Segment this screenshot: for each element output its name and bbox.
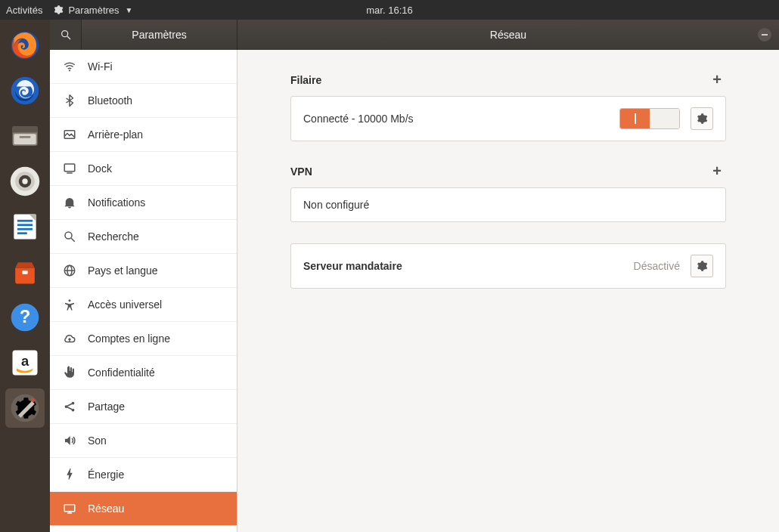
svg-point-27 bbox=[22, 178, 27, 184]
proxy-status: Désactivé bbox=[634, 260, 680, 272]
network-pane: Filaire + Connecté - 10000 Mb/s VPN bbox=[237, 50, 779, 532]
clock[interactable]: mar. 16:16 bbox=[366, 5, 412, 16]
caret-down-icon: ▼ bbox=[126, 6, 133, 14]
sidebar-item-sharing[interactable]: Partage bbox=[50, 390, 237, 424]
sidebar-item-label: Notifications bbox=[88, 196, 145, 209]
sidebar-item-search[interactable]: Recherche bbox=[50, 220, 237, 254]
svg-rect-30 bbox=[17, 224, 33, 226]
proxy-title: Serveur mandataire bbox=[303, 260, 623, 272]
svg-rect-21 bbox=[13, 126, 38, 132]
sidebar-item-label: Wi-Fi bbox=[88, 60, 113, 73]
sidebar-item-label: Bluetooth bbox=[88, 94, 132, 107]
activities-button[interactable]: Activités bbox=[6, 5, 42, 16]
sidebar-item-online-accounts[interactable]: Comptes en ligne bbox=[50, 322, 237, 356]
dock-software[interactable] bbox=[5, 252, 45, 292]
add-wired-button[interactable]: + bbox=[708, 71, 726, 88]
vpn-card: Non configuré bbox=[290, 187, 726, 222]
gear-icon bbox=[696, 113, 708, 125]
wired-toggle[interactable] bbox=[619, 108, 680, 129]
page-title: Réseau bbox=[490, 29, 526, 41]
wired-row: Connecté - 10000 Mb/s bbox=[291, 97, 725, 141]
sidebar-item-background[interactable]: Arrière-plan bbox=[50, 118, 237, 152]
wifi-icon bbox=[62, 59, 77, 74]
dock-rhythmbox[interactable] bbox=[5, 162, 45, 201]
sidebar-item-notifications[interactable]: Notifications bbox=[50, 186, 237, 220]
power-icon bbox=[62, 467, 77, 482]
search-icon bbox=[60, 29, 72, 41]
svg-rect-32 bbox=[17, 232, 27, 234]
background-icon bbox=[62, 127, 77, 142]
sidebar-title: Paramètres bbox=[82, 29, 237, 41]
gear-icon bbox=[696, 260, 708, 272]
cloud-icon bbox=[62, 331, 77, 346]
sidebar-item-privacy[interactable]: Confidentialité bbox=[50, 356, 237, 390]
svg-rect-28 bbox=[14, 215, 36, 240]
sidebar-item-bluetooth[interactable]: Bluetooth bbox=[50, 84, 237, 118]
sidebar-item-label: Dock bbox=[88, 162, 112, 175]
sidebar-item-label: Confidentialité bbox=[88, 367, 155, 379]
toggle-on-side bbox=[620, 109, 650, 128]
sound-icon bbox=[62, 433, 77, 448]
dock-firefox[interactable] bbox=[5, 26, 45, 65]
top-panel: Activités Paramètres ▼ mar. 16:16 bbox=[0, 0, 779, 20]
sidebar-item-power[interactable]: Énergie bbox=[50, 458, 237, 492]
sidebar-item-label: Son bbox=[88, 435, 107, 447]
wired-settings-button[interactable] bbox=[691, 107, 713, 130]
sidebar-item-label: Partage bbox=[88, 401, 125, 413]
dock: ? a bbox=[0, 20, 50, 532]
hand-icon bbox=[62, 365, 77, 380]
sidebar-item-region[interactable]: Pays et langue bbox=[50, 254, 237, 288]
svg-text:?: ? bbox=[20, 306, 31, 326]
bluetooth-icon bbox=[62, 93, 77, 108]
vpn-row: Non configuré bbox=[291, 188, 725, 221]
sidebar-item-wifi[interactable]: Wi-Fi bbox=[50, 50, 237, 84]
svg-rect-29 bbox=[17, 220, 33, 222]
share-icon bbox=[62, 399, 77, 414]
sidebar-item-network[interactable]: Réseau bbox=[50, 492, 237, 526]
dock-help[interactable]: ? bbox=[5, 298, 45, 337]
minimize-button[interactable] bbox=[758, 28, 771, 42]
sidebar-item-universal-access[interactable]: Accès universel bbox=[50, 288, 237, 322]
gear-icon bbox=[53, 5, 64, 15]
add-vpn-button[interactable]: + bbox=[708, 162, 726, 180]
bell-icon bbox=[62, 195, 77, 210]
sidebar-item-label: Réseau bbox=[88, 503, 124, 515]
accessibility-icon bbox=[62, 297, 77, 312]
svg-rect-22 bbox=[14, 134, 36, 144]
app-menu[interactable]: Paramètres ▼ bbox=[53, 5, 132, 16]
svg-rect-33 bbox=[22, 271, 27, 274]
toggle-off-side bbox=[650, 109, 679, 128]
app-menu-label: Paramètres bbox=[68, 5, 119, 16]
proxy-card: Serveur mandataire Désactivé bbox=[290, 243, 726, 289]
dock-thunderbird[interactable] bbox=[5, 71, 45, 110]
vpn-status: Non configuré bbox=[303, 199, 713, 211]
vpn-header: VPN + bbox=[290, 162, 726, 180]
svg-rect-31 bbox=[17, 228, 33, 230]
proxy-settings-button[interactable] bbox=[691, 255, 713, 277]
settings-window: Paramètres Réseau Wi-Fi Bluetooth Arrièr… bbox=[50, 20, 779, 532]
sidebar-item-label: Recherche bbox=[88, 230, 139, 243]
wired-card: Connecté - 10000 Mb/s bbox=[290, 96, 726, 141]
sidebar-item-label: Arrière-plan bbox=[88, 128, 143, 141]
sidebar-item-dock[interactable]: Dock bbox=[50, 152, 237, 186]
dock-libreoffice-writer[interactable] bbox=[5, 207, 45, 246]
proxy-row: Serveur mandataire Désactivé bbox=[291, 244, 725, 288]
wired-status: Connecté - 10000 Mb/s bbox=[303, 113, 609, 125]
search-icon bbox=[62, 229, 77, 244]
dock-icon bbox=[62, 161, 77, 176]
headerbar-sidebar: Paramètres bbox=[50, 20, 237, 50]
vpn-title: VPN bbox=[290, 165, 312, 178]
search-button[interactable] bbox=[50, 20, 82, 50]
sidebar-item-label: Comptes en ligne bbox=[88, 332, 170, 345]
sidebar-item-sound[interactable]: Son bbox=[50, 424, 237, 458]
settings-sidebar: Wi-Fi Bluetooth Arrière-plan Dock Notifi… bbox=[50, 50, 237, 532]
network-icon bbox=[62, 501, 77, 516]
svg-rect-23 bbox=[20, 136, 31, 138]
sidebar-item-label: Pays et langue bbox=[88, 264, 158, 277]
dock-settings[interactable] bbox=[5, 388, 45, 428]
dock-files[interactable] bbox=[5, 116, 45, 156]
sidebar-item-devices[interactable]: Périphériques bbox=[50, 526, 237, 532]
headerbar: Paramètres Réseau bbox=[50, 20, 779, 50]
dock-amazon[interactable]: a bbox=[5, 343, 45, 382]
globe-icon bbox=[62, 263, 77, 278]
